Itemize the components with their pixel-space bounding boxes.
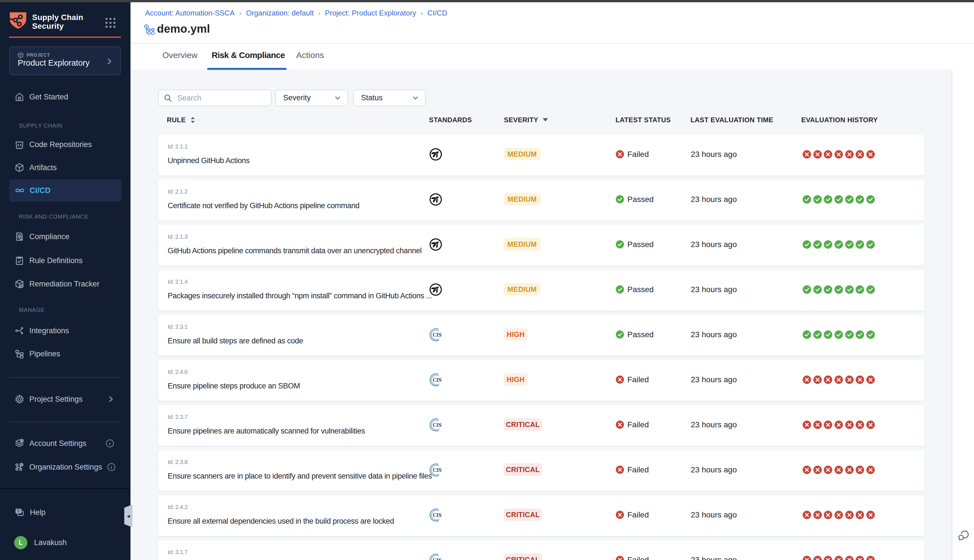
svg-text:?: ? <box>17 509 20 513</box>
svg-text:CIS: CIS <box>433 332 441 338</box>
svg-text:CIS: CIS <box>433 512 441 518</box>
svg-text:CIS: CIS <box>433 422 441 428</box>
svg-text:CIS: CIS <box>433 557 441 560</box>
svg-text:CIS: CIS <box>433 377 441 383</box>
svg-text:CIS: CIS <box>433 467 441 473</box>
